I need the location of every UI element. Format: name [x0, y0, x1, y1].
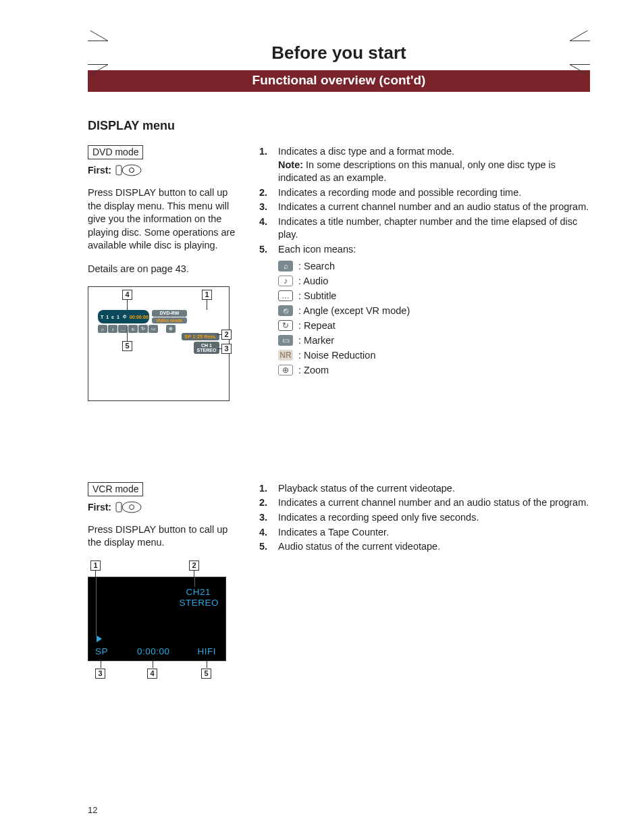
dvd-paragraph: Press DISPLAY button to call up the disp…	[88, 186, 236, 253]
svg-point-1	[122, 165, 141, 176]
icon-row: ↻: Repeat	[259, 320, 590, 331]
audio-status: STEREO	[196, 348, 217, 353]
format-mode: Video mode	[152, 317, 187, 324]
channel: CH 1	[196, 343, 217, 348]
list-item: 2.Indicates a recording mode and possibl…	[259, 186, 590, 200]
vcr-figure: CH21 STEREO SP 0:00:00 HIFI	[88, 577, 226, 661]
icon-row: ▭: Marker	[259, 335, 590, 346]
list-item: 1. Indicates a disc type and a format mo…	[259, 145, 590, 185]
icon-row: NR: Noise Reduction	[259, 350, 590, 361]
banner-title: Before you start	[108, 41, 570, 65]
callout-2: 2	[189, 561, 199, 571]
icon-row: ♪: Audio	[259, 276, 590, 286]
list-item: 5.Audio status of the current videotape.	[259, 540, 590, 554]
vcr-paragraph: Press DISPLAY button to call up the disp…	[88, 523, 236, 550]
callout-4: 4	[122, 290, 132, 300]
title-chapter: T 1 c 1	[101, 315, 120, 319]
icon-row: …: Subtitle	[259, 290, 590, 301]
callout-3: 3	[221, 344, 232, 354]
remote-icon	[115, 500, 142, 514]
icon-row: ⌕: Search	[259, 261, 590, 271]
list-item: 2.Indicates a current channel number and…	[259, 496, 590, 510]
icon-row: ⊕: Zoom	[259, 365, 590, 375]
repeat-icon: ↻	[278, 320, 293, 331]
list-item: 3.Indicates a current channel number and…	[259, 201, 590, 214]
disc-type: DVD-RW	[152, 310, 187, 317]
vcr-sp: SP	[95, 646, 108, 656]
callout-5: 5	[122, 341, 132, 351]
callout-1: 1	[202, 290, 212, 300]
angle-icon: ⎋	[278, 305, 293, 316]
dvd-figure: 4 1 T 1 c 1 ⏱ 00:00:00 DVD-RW Video mo	[88, 286, 230, 401]
dvd-details: Details are on page 43.	[88, 263, 236, 274]
svg-rect-3	[116, 502, 122, 512]
icon-row: ⎋: Angle (except VR mode)	[259, 305, 590, 316]
vcr-hifi: HIFI	[198, 646, 217, 656]
vcr-stereo: STEREO	[179, 598, 219, 608]
callout-2: 2	[221, 330, 232, 340]
search-icon: ⌕	[278, 261, 293, 271]
vcr-counter: 0:00:00	[137, 646, 170, 656]
svg-point-5	[130, 504, 134, 509]
list-item: 5.Each icon means:	[259, 243, 590, 257]
svg-rect-0	[116, 165, 122, 175]
callout-4: 4	[147, 669, 157, 679]
callout-3: 3	[95, 669, 105, 679]
first-label: First:	[88, 502, 111, 513]
banner-subtitle: Functional overview (cont'd)	[88, 70, 590, 92]
elapsed-time: 00:00:00	[130, 315, 149, 319]
svg-point-4	[122, 502, 141, 513]
first-label: First:	[88, 165, 111, 176]
subtitle-icon: …	[278, 290, 293, 301]
play-icon	[97, 635, 102, 642]
svg-point-2	[130, 168, 134, 173]
callout-5: 5	[201, 669, 211, 679]
vcr-mode-box: VCR mode	[88, 482, 143, 496]
page-number: 12	[88, 805, 97, 815]
section-title: DISPLAY menu	[88, 119, 590, 133]
rec-mode: SP 1:25 Rem.	[182, 333, 219, 340]
nr-icon: NR	[278, 350, 293, 361]
marker-icon: ▭	[278, 335, 293, 346]
list-item: 1.Playback status of the current videota…	[259, 482, 590, 496]
audio-icon: ♪	[278, 276, 293, 286]
list-item: 4.Indicates a title number, chapter numb…	[259, 215, 590, 242]
dvd-mode-box: DVD mode	[88, 145, 143, 159]
list-item: 4.Indicates a Tape Counter.	[259, 526, 590, 540]
remote-icon	[115, 163, 142, 177]
zoom-icon: ⊕	[278, 365, 293, 375]
vcr-channel: CH21	[186, 587, 211, 597]
callout-1: 1	[90, 561, 101, 571]
page-banner: Before you start	[88, 41, 590, 65]
list-item: 3.Indicates a recording speed only five …	[259, 511, 590, 525]
